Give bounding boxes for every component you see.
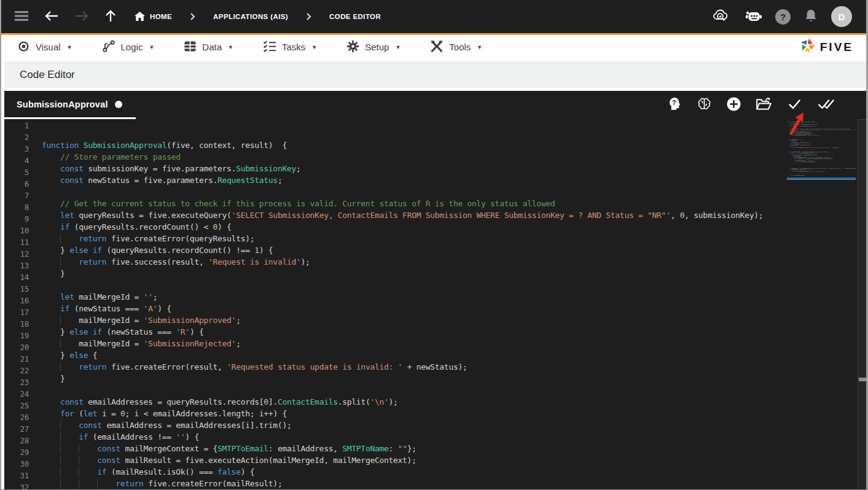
- line-number: 23: [4, 376, 29, 388]
- logic-icon: [102, 40, 115, 55]
- forward-button[interactable]: [75, 10, 88, 23]
- menus: Visual▼Logic▼Data▼Tasks▼Setup▼Tools▼: [17, 40, 482, 55]
- save-all-check-icon: [817, 97, 835, 114]
- save-check-icon: [786, 97, 803, 114]
- line-number: 13: [4, 260, 29, 271]
- notifications-button[interactable]: [804, 9, 818, 25]
- breadcrumb: HOMEAPPLICATIONS (AIS)CODE EDITOR: [135, 12, 381, 22]
- menu-tasks[interactable]: Tasks▼: [263, 40, 317, 54]
- hamburger-menu-button[interactable]: [15, 11, 28, 23]
- line-number: 9: [4, 213, 29, 225]
- up-arrow-icon: [105, 10, 116, 24]
- menu-setup[interactable]: Setup▼: [346, 40, 401, 55]
- save-check-button[interactable]: [785, 96, 804, 115]
- line-number: 28: [4, 435, 29, 446]
- code-editor-panel: SubmissionApproval ? 1234567891011121314…: [4, 91, 866, 490]
- line-number: 1: [4, 120, 29, 131]
- cloud-search-icon: [713, 9, 731, 25]
- line-number: 11: [4, 236, 29, 248]
- editor-tab-row: SubmissionApproval ?: [4, 91, 866, 119]
- menu-label: Logic: [121, 42, 143, 52]
- ai-brain-button[interactable]: [695, 95, 713, 115]
- line-number: 25: [4, 400, 29, 411]
- line-number: 8: [4, 201, 29, 213]
- line-number: 7: [4, 190, 29, 201]
- scrollbar-thumb[interactable]: [859, 378, 866, 381]
- menu-label: Tasks: [282, 42, 305, 52]
- chevron-down-icon: ▼: [67, 44, 72, 50]
- tools-icon: [430, 40, 444, 55]
- breadcrumb-item-applications-ais-[interactable]: APPLICATIONS (AIS): [213, 13, 288, 20]
- line-number-gutter: 1234567891011121314151617181920212223242…: [4, 119, 29, 490]
- line-number: 20: [4, 341, 29, 353]
- breadcrumb-item-home[interactable]: HOME: [135, 12, 172, 22]
- chevron-down-icon: ▼: [395, 44, 401, 50]
- code-area[interactable]: 1234567891011121314151617181920212223242…: [4, 119, 866, 490]
- menu-label: Visual: [36, 42, 61, 52]
- line-number: 31: [4, 470, 29, 481]
- line-number: 30: [4, 458, 29, 470]
- bell-icon: [804, 9, 818, 25]
- line-number: 29: [4, 446, 29, 458]
- assistant-bot-button[interactable]: [745, 9, 762, 25]
- menu-label: Data: [202, 42, 222, 52]
- add-circle-icon: [726, 96, 741, 114]
- line-number: 5: [4, 166, 29, 178]
- hamburger-icon: [15, 11, 28, 23]
- line-number: 19: [4, 330, 29, 341]
- line-number: 3: [4, 143, 29, 155]
- line-number: 32: [4, 481, 29, 490]
- editor-actions: ?: [666, 91, 837, 119]
- editor-scrollbar[interactable]: [858, 119, 866, 490]
- hint-head-button[interactable]: ?: [666, 95, 684, 115]
- robot-icon: [745, 9, 762, 25]
- data-icon: [184, 41, 197, 54]
- five-logo: FIVE: [799, 37, 853, 56]
- minimap[interactable]: function SubmissionApproval(five, contex…: [787, 120, 856, 261]
- line-number: 22: [4, 365, 29, 376]
- help-icon: ?: [775, 9, 791, 25]
- line-number: 14: [4, 271, 29, 283]
- hint-head-icon: ?: [667, 96, 682, 114]
- minimap-cursor-line: [787, 177, 856, 180]
- tab-submissionapproval[interactable]: SubmissionApproval: [4, 91, 136, 119]
- chevron-right-icon: [190, 13, 195, 20]
- menu-logic[interactable]: Logic▼: [102, 40, 155, 55]
- menu-label: Setup: [365, 42, 389, 52]
- line-number: 15: [4, 283, 29, 295]
- top-bar: HOMEAPPLICATIONS (AIS)CODE EDITOR: [0, 0, 868, 33]
- chevron-down-icon: ▼: [149, 44, 154, 50]
- setup-icon: [346, 40, 359, 55]
- avatar[interactable]: D: [831, 6, 852, 27]
- help-button[interactable]: ?: [775, 9, 791, 25]
- topbar-right: ? D: [713, 6, 852, 27]
- chevron-down-icon: ▼: [228, 44, 233, 50]
- save-all-check-button[interactable]: [816, 96, 837, 115]
- open-file-button[interactable]: [754, 95, 773, 115]
- cloud-search-button[interactable]: [713, 9, 731, 25]
- tasks-icon: [263, 40, 276, 54]
- ai-brain-icon: [697, 96, 712, 114]
- breadcrumb-item-code-editor[interactable]: CODE EDITOR: [329, 13, 381, 20]
- line-number: 2: [4, 131, 29, 143]
- page-title: Code Editor: [20, 69, 75, 81]
- page-header: Code Editor: [4, 61, 866, 88]
- line-number: 21: [4, 353, 29, 365]
- back-button[interactable]: [45, 10, 58, 23]
- line-number: 27: [4, 423, 29, 435]
- code-content[interactable]: function SubmissionApproval(five, contex…: [42, 127, 763, 483]
- open-file-icon: [756, 96, 772, 114]
- line-number: 17: [4, 306, 29, 318]
- app-window: HOMEAPPLICATIONS (AIS)CODE EDITOR: [0, 0, 868, 490]
- menu-data[interactable]: Data▼: [184, 41, 233, 54]
- up-button[interactable]: [105, 10, 116, 24]
- menu-tools[interactable]: Tools▼: [430, 40, 482, 55]
- line-number: 26: [4, 411, 29, 423]
- line-number: 12: [4, 248, 29, 260]
- line-number: 18: [4, 318, 29, 330]
- chevron-down-icon: ▼: [311, 44, 317, 50]
- nav-group: [15, 10, 116, 24]
- add-circle-button[interactable]: [725, 95, 743, 115]
- menu-visual[interactable]: Visual▼: [17, 40, 72, 55]
- unsaved-changes-dot: [115, 101, 122, 108]
